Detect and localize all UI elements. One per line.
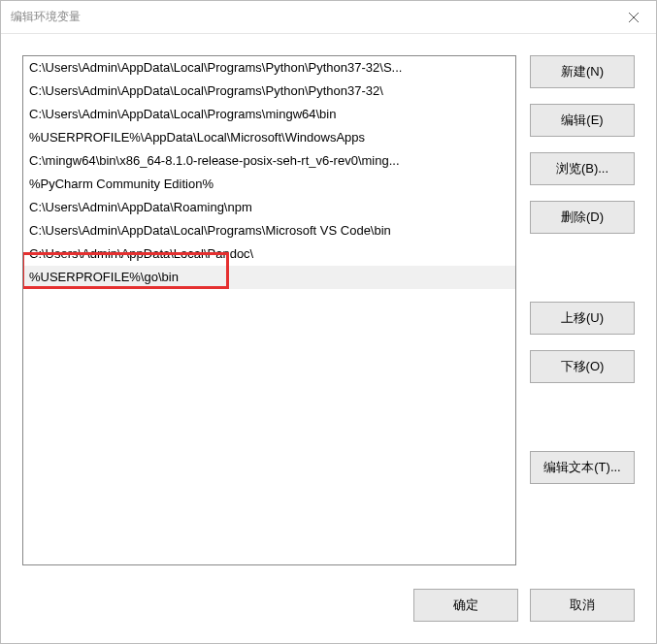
list-item[interactable]: C:\Users\Admin\AppData\Local\Programs\mi… — [23, 103, 515, 126]
list-item[interactable]: C:\Users\Admin\AppData\Local\Programs\Mi… — [23, 219, 515, 242]
list-item[interactable]: C:\Users\Admin\AppData\Roaming\npm — [23, 196, 515, 219]
edit-text-button[interactable]: 编辑文本(T)... — [530, 451, 635, 484]
new-button[interactable]: 新建(N) — [530, 55, 635, 88]
list-item[interactable]: %USERPROFILE%\AppData\Local\Microsoft\Wi… — [23, 126, 515, 149]
titlebar: 编辑环境变量 — [1, 1, 656, 34]
list-item[interactable]: C:\mingw64\bin\x86_64-8.1.0-release-posi… — [23, 149, 515, 173]
side-buttons: 新建(N) 编辑(E) 浏览(B)... 删除(D) 上移(U) 下移(O) 编… — [530, 55, 635, 565]
content-area: C:\Users\Admin\AppData\Local\Programs\Py… — [1, 34, 656, 575]
footer: 确定 取消 — [1, 575, 656, 643]
list-item[interactable]: %USERPROFILE%\go\bin — [23, 266, 515, 289]
list-item[interactable]: C:\Users\Admin\AppData\Local\Programs\Py… — [23, 56, 515, 80]
list-item[interactable]: %PyCharm Community Edition% — [23, 173, 515, 196]
move-up-button[interactable]: 上移(U) — [530, 302, 635, 335]
list-item[interactable]: C:\Users\Admin\AppData\Local\Programs\Py… — [23, 80, 515, 103]
spacer — [530, 249, 635, 286]
close-icon — [628, 12, 640, 23]
move-down-button[interactable]: 下移(O) — [530, 350, 635, 383]
cancel-button[interactable]: 取消 — [530, 589, 635, 622]
list-item[interactable]: C:\Users\Admin\AppData\Local\Pandoc\ — [23, 242, 515, 266]
edit-env-var-dialog: 编辑环境变量 C:\Users\Admin\AppData\Local\Prog… — [0, 0, 657, 644]
window-title: 编辑环境变量 — [11, 9, 81, 25]
spacer — [530, 399, 635, 435]
edit-button[interactable]: 编辑(E) — [530, 104, 635, 137]
browse-button[interactable]: 浏览(B)... — [530, 152, 635, 185]
close-button[interactable] — [611, 1, 656, 34]
ok-button[interactable]: 确定 — [413, 589, 518, 622]
path-listbox[interactable]: C:\Users\Admin\AppData\Local\Programs\Py… — [22, 55, 516, 565]
delete-button[interactable]: 删除(D) — [530, 201, 635, 234]
